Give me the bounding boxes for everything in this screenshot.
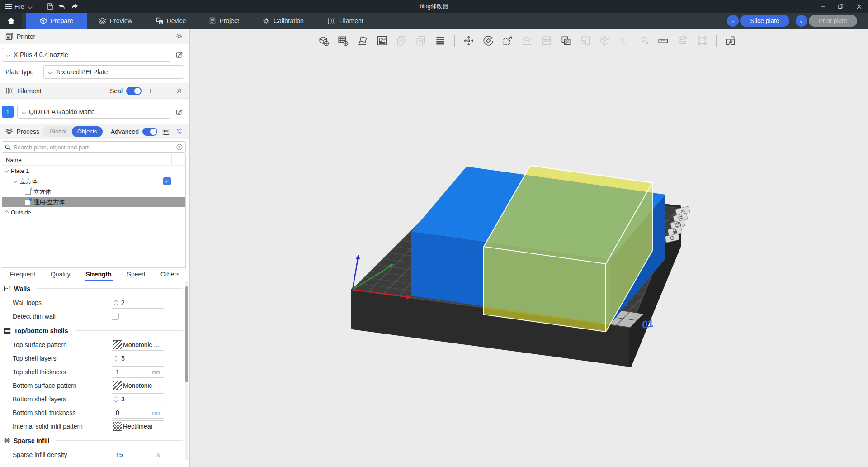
prepare-cube-icon — [40, 17, 47, 24]
redo-button[interactable] — [71, 3, 78, 10]
tab-project[interactable]: Project — [198, 13, 251, 29]
arrange-icon[interactable] — [373, 32, 391, 50]
fix-model-icon[interactable] — [693, 32, 711, 50]
nav-bar: Prepare Preview Device Project Calibrati… — [0, 13, 868, 29]
sparse-infill-density-input[interactable]: 15 % — [112, 449, 164, 460]
tab-preview[interactable]: Preview — [87, 13, 144, 29]
wall-loops-input[interactable]: 2 — [112, 297, 164, 309]
tree-row-outside[interactable]: Outside — [2, 207, 185, 218]
scale-icon[interactable] — [499, 32, 517, 50]
top-surface-pattern-select[interactable]: Monotonic ... — [112, 339, 164, 351]
file-menu-button[interactable]: File — [5, 3, 24, 10]
scrollbar-thumb[interactable] — [185, 286, 188, 382]
tab-device[interactable]: Device — [144, 13, 198, 29]
boolean-icon[interactable] — [557, 32, 575, 50]
measure-icon[interactable] — [654, 32, 672, 50]
print-options-chevron[interactable] — [796, 15, 807, 27]
plate-type-select[interactable]: Textured PEI Plate — [43, 65, 184, 79]
tab-filament[interactable]: Filament — [316, 13, 375, 29]
minimize-button[interactable] — [814, 0, 832, 13]
minimize-icon — [821, 4, 826, 9]
search-input[interactable] — [14, 144, 174, 151]
shells-section-header: Top/bottom shells — [0, 323, 189, 338]
spinner-arrows[interactable] — [112, 356, 119, 361]
slice-plate-button[interactable]: Slice plate — [740, 15, 789, 27]
column-divider — [157, 155, 157, 164]
tree-row-part[interactable]: + 立方体 — [2, 186, 185, 197]
tab-frequent[interactable]: Frequent — [9, 269, 36, 281]
edit-filament-button[interactable] — [174, 107, 184, 117]
add-plate-icon[interactable] — [334, 32, 352, 50]
remove-filament-button[interactable]: − — [160, 87, 170, 95]
print-plate-button[interactable]: Print plate — [809, 15, 857, 27]
tree-row-plate[interactable]: Plate 1 — [2, 166, 185, 176]
add-filament-button[interactable]: + — [145, 87, 156, 95]
paste-icon[interactable]: P — [412, 32, 430, 50]
tree-row-modifier[interactable]: 通用-立方体 — [2, 197, 185, 207]
slice-options-chevron[interactable] — [727, 15, 739, 27]
add-model-icon[interactable] — [315, 32, 333, 50]
restore-button[interactable] — [832, 0, 850, 13]
chevron-right-icon[interactable] — [5, 210, 9, 215]
spinner-arrows[interactable] — [112, 397, 119, 402]
close-button[interactable] — [850, 0, 868, 13]
printer-section-title: Printer — [17, 33, 35, 40]
printer-settings-button[interactable] — [174, 32, 184, 42]
file-menu-chevron[interactable] — [28, 5, 32, 8]
tab-speed[interactable]: Speed — [126, 269, 146, 281]
cut-icon[interactable] — [596, 32, 614, 50]
move-icon[interactable] — [460, 32, 478, 50]
chevron-down-icon[interactable] — [5, 168, 9, 172]
printer-preset-select[interactable]: X-Plus 4 0.4 nozzle — [2, 48, 170, 62]
filament-slot-badge[interactable]: 1 — [2, 106, 14, 118]
preset-list-button[interactable] — [161, 127, 170, 137]
rotate-icon[interactable] — [479, 32, 497, 50]
undo-button[interactable] — [58, 3, 66, 10]
tab-strength[interactable]: Strength — [85, 269, 113, 281]
modifier-icon — [25, 199, 31, 205]
split-icon[interactable] — [538, 32, 556, 50]
tab-prepare[interactable]: Prepare — [26, 13, 87, 29]
paint-icon[interactable] — [635, 32, 653, 50]
spinner-arrows[interactable] — [112, 300, 119, 305]
tune-params-button[interactable] — [175, 127, 184, 137]
tab-quality[interactable]: Quality — [50, 269, 71, 281]
tab-others[interactable]: Others — [160, 269, 180, 281]
internal-solid-infill-pattern-select[interactable]: Rectilinear — [112, 420, 164, 432]
text-icon[interactable]: Ta — [615, 32, 633, 50]
top-shell-thickness-input[interactable]: 1 mm — [112, 366, 164, 378]
filament-settings-button[interactable] — [174, 86, 184, 96]
advanced-toggle[interactable] — [142, 128, 157, 136]
printer-preset-value: X-Plus 4 0.4 nozzle — [14, 51, 68, 58]
seal-toggle[interactable] — [126, 87, 142, 95]
detect-thin-wall-checkbox[interactable] — [112, 313, 119, 320]
lay-on-face-icon[interactable] — [518, 32, 536, 50]
top-shell-layers-input[interactable]: 5 — [112, 353, 164, 364]
bottom-surface-pattern-select[interactable]: Monotonic — [112, 380, 164, 391]
clear-search-icon[interactable] — [176, 144, 183, 150]
build-plate-scene[interactable]: 01 — [190, 29, 868, 467]
segment-global[interactable]: Global — [44, 126, 72, 137]
object-checkbox[interactable]: ✓ — [163, 177, 171, 185]
layers-icon[interactable] — [431, 32, 449, 50]
seam-icon[interactable] — [674, 32, 692, 50]
tree-row-object[interactable]: 立方体 ✓ — [2, 176, 185, 186]
3d-viewport[interactable]: 0 P Ta — [190, 29, 868, 467]
assembly-icon[interactable] — [722, 32, 740, 50]
bottom-shell-layers-input[interactable]: 3 — [112, 393, 164, 405]
copy-icon[interactable]: 0 — [392, 32, 410, 50]
bottom-shell-thickness-input[interactable]: 0 mm — [112, 407, 164, 419]
save-button[interactable] — [47, 3, 54, 10]
tree-header: Name — [2, 154, 185, 166]
tab-calibration[interactable]: Calibration — [251, 13, 316, 29]
edit-printer-button[interactable] — [174, 50, 184, 60]
chevron-down-icon[interactable] — [14, 178, 18, 183]
fill-color-icon[interactable] — [576, 32, 594, 50]
setting-row: Internal solid infill pattern Rectilinea… — [0, 419, 189, 433]
home-button[interactable] — [0, 13, 22, 29]
svg-text:T: T — [620, 36, 624, 44]
divider — [716, 35, 717, 47]
filament-preset-select[interactable]: QIDI PLA Rapido Matte — [17, 105, 170, 119]
auto-orient-icon[interactable] — [354, 32, 372, 50]
segment-objects[interactable]: Objects — [72, 126, 103, 137]
